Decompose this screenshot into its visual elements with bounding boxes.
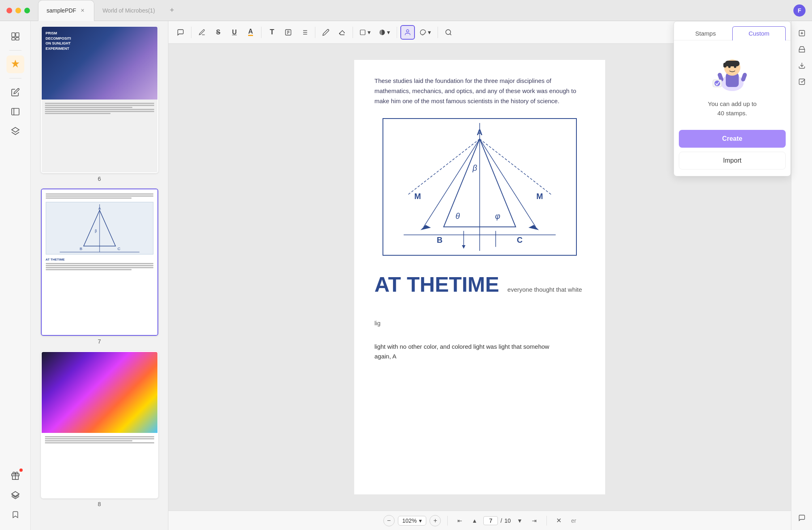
page-content: These studies laid the foundation for th… bbox=[354, 60, 605, 494]
underline-icon: U bbox=[232, 29, 237, 36]
right-comment-button[interactable] bbox=[795, 511, 809, 525]
minimize-traffic-light[interactable] bbox=[15, 8, 21, 13]
pencil-button[interactable] bbox=[319, 25, 333, 40]
zoom-in-button[interactable]: + bbox=[429, 515, 441, 526]
tabs-bar: samplePDF ✕ World of Microbes(1) + F bbox=[38, 0, 806, 21]
search-trail-text: er bbox=[571, 517, 576, 524]
svg-point-62 bbox=[714, 81, 720, 86]
thumb-card-page6[interactable]: PRISMDECOMPOSITION SUNLIGHTEXPERIMENT bbox=[41, 26, 158, 173]
tab-stamps[interactable]: Stamps bbox=[679, 26, 732, 40]
right-toolbar bbox=[791, 21, 812, 530]
sidebar-icon-organize[interactable] bbox=[6, 103, 24, 121]
page-text: These studies laid the foundation for th… bbox=[374, 76, 585, 106]
text-line bbox=[46, 193, 153, 195]
text-line bbox=[45, 105, 154, 106]
sidebar-icon-gift[interactable] bbox=[6, 467, 24, 485]
sidebar-icons bbox=[0, 21, 31, 530]
svg-text:φ: φ bbox=[495, 212, 500, 220]
stamps-illustration bbox=[708, 53, 757, 93]
text-line bbox=[46, 269, 132, 270]
text-line bbox=[46, 267, 153, 268]
thumb-item-page6: PRISMDECOMPOSITION SUNLIGHTEXPERIMENT bbox=[36, 26, 163, 182]
textbox-button[interactable] bbox=[281, 25, 295, 40]
thumb-item-page7: A B C β AT THETIME 7 bbox=[36, 189, 163, 345]
thumb-number-8: 8 bbox=[98, 501, 101, 507]
sidebar-icon-highlight[interactable] bbox=[6, 55, 24, 73]
svg-text:B: B bbox=[79, 246, 82, 251]
text-line bbox=[45, 107, 132, 108]
search-button[interactable] bbox=[441, 25, 456, 40]
right-area: Stamps Custom bbox=[791, 21, 812, 530]
page-number-input[interactable] bbox=[483, 516, 498, 525]
stamps-panel: Stamps Custom bbox=[674, 21, 791, 176]
titlebar: samplePDF ✕ World of Microbes(1) + F bbox=[0, 0, 812, 21]
right-text-button[interactable] bbox=[795, 42, 809, 57]
body-continuation: A bbox=[392, 353, 396, 360]
svg-line-44 bbox=[480, 139, 552, 195]
zoom-out-button[interactable]: − bbox=[383, 515, 395, 526]
thumb-card-page7[interactable]: A B C β AT THETIME bbox=[41, 189, 158, 336]
tab-close-button[interactable]: ✕ bbox=[79, 7, 86, 14]
svg-line-43 bbox=[408, 139, 480, 195]
tab-samplepdf-label: samplePDF bbox=[47, 7, 76, 14]
thumb-card-page8[interactable] bbox=[41, 351, 158, 498]
text-color-button[interactable]: A bbox=[243, 25, 258, 40]
right-scan-button[interactable] bbox=[795, 26, 809, 40]
color-dropdown[interactable]: ▾ bbox=[376, 25, 393, 40]
text-line bbox=[45, 111, 154, 112]
text-button[interactable]: T bbox=[265, 25, 279, 40]
last-page-button[interactable]: ⇥ bbox=[529, 515, 540, 526]
close-traffic-light[interactable] bbox=[6, 8, 12, 13]
next-page-button[interactable]: ▼ bbox=[514, 515, 525, 526]
svg-rect-2 bbox=[12, 38, 15, 40]
diagram-svg: A B C β θ φ M M bbox=[383, 119, 576, 255]
svg-rect-0 bbox=[12, 33, 15, 37]
user-button[interactable] bbox=[400, 25, 415, 40]
underline-button[interactable]: U bbox=[227, 25, 242, 40]
text-line bbox=[46, 197, 132, 199]
sidebar-divider-2 bbox=[9, 78, 21, 78]
page-nav-separator: / bbox=[500, 517, 502, 524]
svg-rect-1 bbox=[16, 33, 19, 37]
close-search-button[interactable]: ✕ bbox=[553, 515, 565, 526]
palette-dropdown[interactable]: ▾ bbox=[417, 25, 434, 40]
eraser-button[interactable] bbox=[335, 25, 349, 40]
thumb-page6-bottom bbox=[42, 100, 157, 172]
user-avatar: F bbox=[793, 4, 806, 17]
sidebar-icon-layers-b[interactable] bbox=[6, 486, 24, 504]
sidebar-icon-bookmark[interactable] bbox=[6, 506, 24, 524]
stamps-message: You can add up to40 stamps. bbox=[708, 100, 757, 118]
text-line bbox=[45, 113, 111, 114]
first-page-button[interactable]: ⇤ bbox=[454, 515, 466, 526]
right-check-button[interactable] bbox=[795, 74, 809, 89]
tab-custom[interactable]: Custom bbox=[732, 26, 786, 40]
svg-point-29 bbox=[406, 30, 409, 32]
sidebar-icon-edit[interactable] bbox=[6, 83, 24, 101]
tab-add-button[interactable]: + bbox=[166, 5, 178, 16]
right-download-button[interactable] bbox=[795, 58, 809, 73]
sidebar-icon-layers[interactable] bbox=[6, 122, 24, 140]
svg-rect-65 bbox=[799, 79, 805, 85]
import-button[interactable]: Import bbox=[679, 152, 786, 170]
prev-page-button[interactable]: ▲ bbox=[469, 515, 480, 526]
tab-world-microbes[interactable]: World of Microbes(1) bbox=[94, 0, 163, 21]
toolbar-sep-3 bbox=[315, 27, 315, 38]
bottom-bar: − 102% ▾ + ⇤ ▲ / 10 ▼ ⇥ ✕ er bbox=[168, 511, 791, 530]
sidebar-icon-pages[interactable] bbox=[6, 28, 24, 45]
create-button[interactable]: Create bbox=[679, 130, 786, 148]
shape-dropdown-arrow: ▾ bbox=[368, 29, 371, 36]
list-button[interactable] bbox=[297, 25, 312, 40]
fullscreen-traffic-light[interactable] bbox=[24, 8, 30, 13]
zoom-dropdown-arrow[interactable]: ▾ bbox=[419, 517, 422, 524]
svg-text:C: C bbox=[117, 246, 120, 251]
text-line bbox=[46, 265, 153, 266]
tab-samplepdf[interactable]: samplePDF ✕ bbox=[38, 0, 94, 21]
toolbar-sep-5 bbox=[397, 27, 397, 38]
svg-rect-3 bbox=[16, 38, 19, 40]
highlight-button[interactable] bbox=[195, 25, 209, 40]
shape-dropdown[interactable]: ▾ bbox=[356, 25, 374, 40]
strikethrough-button[interactable]: S bbox=[211, 25, 225, 40]
comment-button[interactable] bbox=[173, 25, 188, 40]
svg-rect-4 bbox=[11, 108, 19, 115]
thumb-page6-text bbox=[45, 103, 154, 114]
